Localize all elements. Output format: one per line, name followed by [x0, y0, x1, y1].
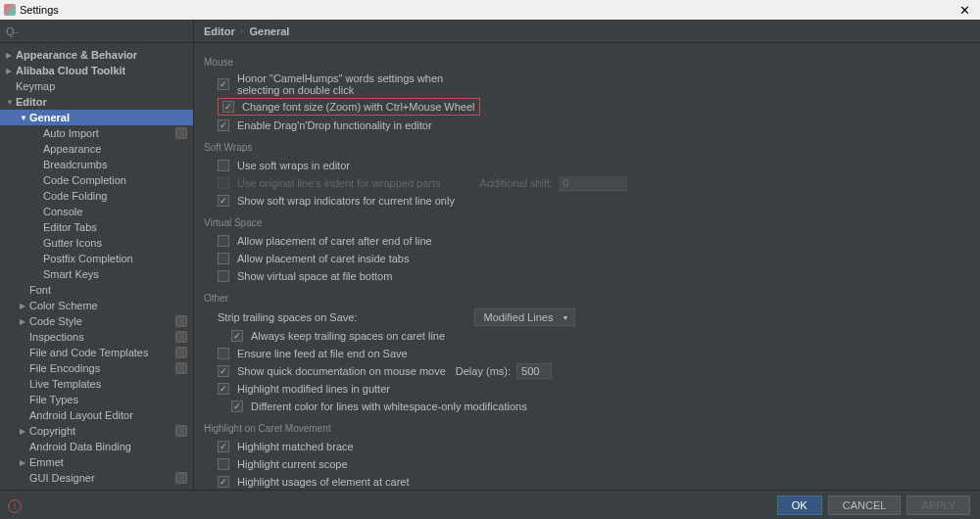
- tree-item-copyright[interactable]: ▶Copyright: [0, 423, 193, 439]
- chk-virtual-bottom[interactable]: [218, 270, 229, 282]
- chk-softwrap[interactable]: [218, 160, 229, 171]
- tree-item-editor-tabs[interactable]: Editor Tabs: [0, 219, 193, 235]
- tree-label: Font: [29, 284, 187, 296]
- input-delay[interactable]: [516, 363, 552, 379]
- breadcrumb-general[interactable]: General: [249, 25, 289, 37]
- project-badge-icon: [175, 315, 187, 327]
- tree-item-breadcrumbs[interactable]: Breadcrumbs: [0, 157, 193, 172]
- tree-item-code-style[interactable]: ▶Code Style: [0, 313, 193, 329]
- search-input[interactable]: [18, 25, 187, 37]
- ok-button[interactable]: OK: [777, 495, 822, 515]
- chk-scope[interactable]: [218, 458, 229, 470]
- tree-item-general[interactable]: ▼General: [0, 110, 193, 125]
- cancel-button[interactable]: CANCEL: [828, 495, 902, 515]
- lbl-zoom: Change font size (Zoom) with Ctrl+Mouse …: [242, 101, 475, 113]
- section-virtual: Virtual Space: [204, 217, 970, 228]
- tree-item-gutter-icons[interactable]: Gutter Icons: [0, 235, 193, 251]
- tree-item-appearance[interactable]: Appearance: [0, 141, 193, 157]
- chk-indicators[interactable]: [218, 195, 229, 207]
- tree-item-font[interactable]: Font: [0, 282, 193, 298]
- lbl-strip: Strip trailing spaces on Save:: [218, 311, 357, 323]
- tree-item-code-completion[interactable]: Code Completion: [0, 172, 193, 188]
- lbl-indicators: Show soft wrap indicators for current li…: [237, 195, 455, 207]
- tree-item-auto-import[interactable]: Auto Import: [0, 125, 193, 141]
- tree-label: Editor Tabs: [43, 221, 187, 233]
- search-bar[interactable]: Q-: [0, 20, 193, 43]
- arrow-icon: ▶: [6, 67, 16, 75]
- lbl-softwrap: Use soft wraps in editor: [237, 160, 350, 171]
- chk-orig-indent: [218, 177, 229, 189]
- tree-item-color-scheme[interactable]: ▶Color Scheme: [0, 298, 193, 313]
- tree-item-keymap[interactable]: Keymap: [0, 78, 193, 94]
- tree-label: Appearance & Behavior: [16, 49, 187, 61]
- project-badge-icon: [175, 331, 187, 343]
- tree-label: File Types: [29, 394, 187, 405]
- chk-keep-trail[interactable]: [231, 330, 243, 342]
- select-strip[interactable]: Modified Lines: [474, 308, 575, 326]
- project-badge-icon: [175, 425, 187, 437]
- breadcrumb-editor[interactable]: Editor: [204, 25, 235, 37]
- tree-item-alibaba-cloud-toolkit[interactable]: ▶Alibaba Cloud Toolkit: [0, 63, 193, 78]
- lbl-dnd: Enable Drag'n'Drop functionality in edit…: [237, 119, 432, 131]
- tree-label: Breadcrumbs: [43, 159, 187, 170]
- tree-item-android-layout-editor[interactable]: Android Layout Editor: [0, 407, 193, 423]
- lbl-diffcolor: Different color for lines with whitespac…: [251, 401, 527, 412]
- chk-caret-tabs[interactable]: [218, 253, 229, 264]
- arrow-icon: ▶: [20, 302, 29, 310]
- close-icon[interactable]: ✕: [954, 3, 976, 18]
- lbl-camelhumps: Honor "CamelHumps" words settings when s…: [237, 72, 453, 96]
- tree-label: Keymap: [16, 80, 187, 92]
- tree-label: Code Folding: [43, 190, 187, 202]
- lbl-linefeed: Ensure line feed at file end on Save: [237, 348, 408, 359]
- sidebar: Q- ▶Appearance & Behavior▶Alibaba Cloud …: [0, 20, 194, 499]
- tree-label: Copyright: [29, 425, 175, 437]
- arrow-icon: ▼: [6, 98, 16, 107]
- tree-label: GUI Designer: [29, 472, 175, 484]
- tree-item-editor[interactable]: ▼Editor: [0, 94, 193, 110]
- app-icon: [4, 4, 16, 16]
- tree-item-code-folding[interactable]: Code Folding: [0, 188, 193, 204]
- tree-label: Console: [43, 206, 187, 217]
- tree-item-smart-keys[interactable]: Smart Keys: [0, 266, 193, 282]
- chk-usages[interactable]: [218, 476, 229, 488]
- tree-item-file-types[interactable]: File Types: [0, 392, 193, 407]
- tree-label: Inspections: [29, 331, 175, 343]
- tree-item-live-templates[interactable]: Live Templates: [0, 376, 193, 392]
- tree-label: Auto Import: [43, 127, 175, 139]
- input-addshift: [559, 176, 627, 191]
- tree-item-file-and-code-templates[interactable]: File and Code Templates: [0, 345, 193, 360]
- tree-label: Editor: [16, 96, 187, 108]
- tree-item-inspections[interactable]: Inspections: [0, 329, 193, 345]
- arrow-icon: ▶: [6, 51, 16, 60]
- tree-label: General: [29, 112, 187, 123]
- chk-quickdoc[interactable]: [218, 365, 229, 377]
- tree-item-console[interactable]: Console: [0, 204, 193, 219]
- tree-item-postfix-completion[interactable]: Postfix Completion: [0, 251, 193, 266]
- chk-zoom[interactable]: [222, 101, 234, 113]
- highlight-zoom: Change font size (Zoom) with Ctrl+Mouse …: [218, 98, 480, 116]
- tree-label: Smart Keys: [43, 268, 187, 280]
- tree-label: Appearance: [43, 143, 187, 155]
- window-title: Settings: [20, 4, 59, 16]
- status-warning-icon[interactable]: !: [8, 499, 22, 513]
- footer: OK CANCEL APPLY: [0, 490, 980, 519]
- section-caret: Highlight on Caret Movement: [204, 423, 970, 434]
- chk-caret-eol[interactable]: [218, 235, 229, 247]
- chk-dnd[interactable]: [218, 119, 229, 131]
- chk-diffcolor[interactable]: [231, 401, 243, 412]
- tree-item-android-data-binding[interactable]: Android Data Binding: [0, 439, 193, 454]
- project-badge-icon: [175, 472, 187, 484]
- chk-hlmod[interactable]: [218, 383, 229, 395]
- chk-brace[interactable]: [218, 441, 229, 452]
- tree-item-appearance-behavior[interactable]: ▶Appearance & Behavior: [0, 47, 193, 63]
- tree-label: Alibaba Cloud Toolkit: [16, 65, 187, 76]
- tree-item-gui-designer[interactable]: GUI Designer: [0, 470, 193, 486]
- tree-item-file-encodings[interactable]: File Encodings: [0, 360, 193, 376]
- chk-linefeed[interactable]: [218, 348, 229, 359]
- arrow-icon: ▶: [20, 458, 29, 467]
- tree-label: File Encodings: [29, 362, 175, 374]
- title-bar: Settings ✕: [0, 0, 980, 20]
- lbl-scope: Highlight current scope: [237, 458, 348, 470]
- tree-item-emmet[interactable]: ▶Emmet: [0, 454, 193, 470]
- chk-camelhumps[interactable]: [218, 78, 229, 90]
